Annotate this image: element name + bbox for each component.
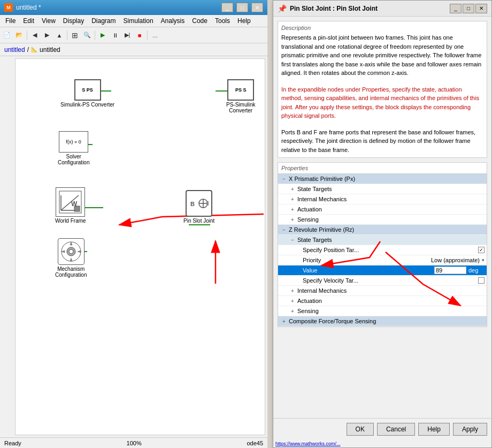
priority-dropdown[interactable]: ▾ — [482, 257, 485, 263]
matlab-window: M untitled * _ □ ✕ File Edit View Displa… — [0, 0, 267, 448]
tree-specify-velocity[interactable]: Specify Velocity Tar... — [278, 276, 487, 286]
tree-sensing-1[interactable]: + Sensing — [278, 215, 487, 225]
tree-composite-sensing[interactable]: + Composite Force/Torque Sensing — [278, 316, 487, 326]
expand-internal-1[interactable]: + — [289, 195, 296, 203]
sps-converter-block[interactable]: S PS Simulink-PS Converter — [60, 79, 114, 108]
tree-internal-mechanics-2[interactable]: + Internal Mechanics — [278, 286, 487, 296]
menu-bar: File Edit View Display Diagram Simulatio… — [0, 15, 267, 27]
svg-rect-13 — [74, 206, 80, 211]
tree-actuation-1[interactable]: + Actuation — [278, 204, 487, 215]
menu-edit[interactable]: Edit — [20, 16, 37, 26]
menu-file[interactable]: File — [2, 16, 19, 26]
state-targets-2-label: State Targets — [297, 237, 485, 243]
help-button[interactable]: Help — [418, 423, 450, 436]
state-targets-1-label: State Targets — [297, 186, 485, 192]
toolbar-separator-1 — [27, 31, 27, 40]
tree-internal-mechanics-1[interactable]: + Internal Mechanics — [278, 194, 487, 204]
composite-sensing-label: Composite Force/Torque Sensing — [289, 318, 485, 324]
expand-x-prismatic[interactable]: − — [280, 175, 288, 183]
menu-diagram[interactable]: Diagram — [88, 16, 119, 26]
dialog-window-controls: _ □ ✕ — [450, 4, 487, 13]
pause-button[interactable]: ⏸ — [109, 29, 121, 41]
description-text-2: In the expandible nodes under Properties… — [281, 85, 483, 120]
more-button[interactable]: … — [149, 29, 161, 41]
expand-specify-vel — [297, 277, 302, 284]
toolbar-separator-2 — [67, 31, 67, 40]
zoom-fit-button[interactable]: ⊞ — [69, 29, 81, 41]
zoom-in-button[interactable]: 🔍 — [81, 29, 93, 41]
dialog-footer: OK Cancel Help Apply — [273, 418, 491, 440]
expand-sensing-1[interactable]: + — [289, 216, 296, 223]
specify-position-checkbox[interactable]: ✓ — [478, 247, 485, 253]
step-button[interactable]: ▶| — [121, 29, 133, 41]
sps-block-label: Simulink-PS Converter — [60, 102, 114, 108]
menu-analysis[interactable]: Analysis — [158, 16, 188, 26]
new-button[interactable]: 📄 — [1, 29, 13, 41]
expand-z-revolute[interactable]: − — [280, 226, 288, 233]
value-input[interactable] — [434, 267, 466, 274]
description-section: Description Represents a pin-slot joint … — [278, 21, 487, 158]
value-unit: deg — [468, 267, 485, 274]
forward-button[interactable]: ▶ — [41, 29, 53, 41]
dialog-window: 📌 Pin Slot Joint : Pin Slot Joint _ □ ✕ … — [273, 0, 492, 448]
expand-actuation-1[interactable]: + — [289, 206, 296, 213]
up-button[interactable]: ▲ — [53, 29, 65, 41]
solver-block[interactable]: f(x) = 0 SolverConfiguration — [58, 131, 89, 165]
menu-help[interactable]: Help — [234, 16, 254, 26]
expand-state-targets-1[interactable]: + — [289, 185, 296, 193]
actuation-1-label: Actuation — [297, 206, 485, 212]
ok-button[interactable]: OK — [347, 423, 374, 436]
actuation-2-label: Actuation — [297, 298, 485, 304]
tree-priority[interactable]: Priority Low (approximate) ▾ — [278, 255, 487, 265]
tree-state-targets-1[interactable]: + State Targets — [278, 184, 487, 194]
expand-sensing-2[interactable]: + — [289, 307, 296, 315]
world-frame-block[interactable]: W World Frame — [55, 187, 86, 224]
dialog-title: Pin Slot Joint : Pin Slot Joint — [290, 5, 447, 12]
menu-display[interactable]: Display — [60, 16, 87, 26]
tree-sensing-2[interactable]: + Sensing — [278, 306, 487, 316]
expand-value — [297, 267, 302, 274]
properties-label: Properties — [278, 163, 487, 174]
specify-velocity-checkbox[interactable] — [478, 277, 485, 284]
tree-value-row[interactable]: Value deg — [278, 265, 487, 276]
menu-code[interactable]: Code — [189, 16, 211, 26]
maximize-button[interactable]: □ — [236, 3, 248, 12]
stop-button[interactable]: ■ — [134, 29, 145, 41]
tree-x-prismatic[interactable]: − X Prismatic Primitive (Px) — [278, 174, 487, 184]
expand-composite[interactable]: + — [280, 317, 288, 325]
dialog-titlebar: 📌 Pin Slot Joint : Pin Slot Joint _ □ ✕ — [273, 1, 491, 17]
tree-actuation-2[interactable]: + Actuation — [278, 296, 487, 306]
pin-slot-label: Pin Slot Joint — [183, 218, 214, 224]
menu-view[interactable]: View — [39, 16, 59, 26]
dialog-maximize-button[interactable]: □ — [463, 4, 474, 13]
expand-internal-2[interactable]: + — [289, 287, 296, 294]
menu-tools[interactable]: Tools — [212, 16, 233, 26]
tree-specify-position[interactable]: Specify Position Tar... ✓ — [278, 245, 487, 255]
properties-section: Properties − X Prismatic Primitive (Px) … — [278, 162, 487, 327]
ps-simulink-block[interactable]: PS S PS-SimulinkConverter — [226, 79, 255, 113]
pin-slot-block[interactable]: B Pin Slot Joint — [183, 190, 214, 224]
apply-button[interactable]: Apply — [453, 423, 487, 436]
dialog-close-button[interactable]: ✕ — [475, 4, 487, 13]
diagram-area: 🔍 + − A ⊞ ☰ — [15, 58, 265, 435]
internal-mechanics-2-label: Internal Mechanics — [297, 287, 485, 294]
run-button[interactable]: ▶ — [97, 29, 109, 41]
tree-z-revolute[interactable]: − Z Revolute Primitive (Rz) — [278, 225, 487, 235]
menu-simulation[interactable]: Simulation — [120, 16, 157, 26]
dialog-minimize-button[interactable]: _ — [450, 4, 462, 13]
priority-value: Low (approximate) — [429, 257, 482, 263]
mechanism-block[interactable]: MechanismConfiguration — [55, 238, 87, 278]
back-button[interactable]: ◀ — [29, 29, 41, 41]
close-button[interactable]: ✕ — [251, 3, 263, 12]
breadcrumb-root[interactable]: untitled — [4, 46, 25, 54]
expand-specify-pos — [297, 246, 302, 254]
minimize-button[interactable]: _ — [221, 3, 233, 12]
dialog-content: Description Represents a pin-slot joint … — [273, 17, 491, 418]
specify-velocity-label: Specify Velocity Tar... — [303, 277, 478, 284]
tree-state-targets-2[interactable]: − State Targets — [278, 235, 487, 245]
expand-state-targets-2[interactable]: − — [289, 236, 296, 244]
cancel-button[interactable]: Cancel — [377, 423, 415, 436]
open-button[interactable]: 📂 — [13, 29, 25, 41]
expand-actuation-2[interactable]: + — [289, 297, 296, 305]
world-frame-label: World Frame — [55, 218, 86, 224]
